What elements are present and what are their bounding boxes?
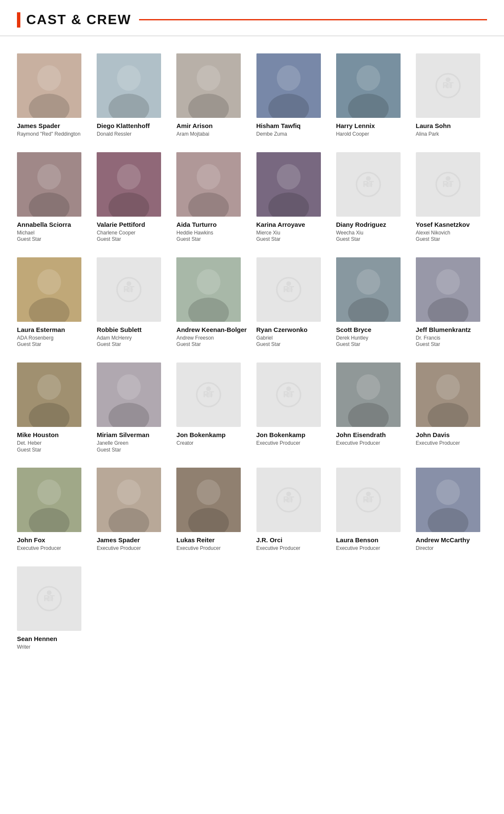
svg-point-4: [117, 65, 141, 91]
svg-point-73: [37, 479, 61, 505]
svg-point-67: [356, 374, 380, 400]
cast-item[interactable]: John FoxExecutive Producer: [13, 463, 92, 562]
cast-name: Yosef Kasnetzkov: [416, 221, 470, 229]
cast-name: Scott Bryce: [336, 326, 371, 334]
page-header: CAST & CREW: [0, 0, 504, 36]
cast-name: Laura Esterman: [17, 326, 65, 334]
cast-name: Lukas Reiter: [176, 536, 214, 544]
cast-role: Executive Producer: [256, 545, 301, 552]
cast-item[interactable]: RT Jon BokenkampExecutive Producer: [252, 358, 332, 463]
cast-item[interactable]: RT J.R. OrciExecutive Producer: [252, 463, 332, 562]
cast-photo: RT: [17, 566, 81, 631]
cast-name: Ryan Czerwonko: [256, 326, 308, 334]
cast-role: Dr. Francis: [416, 335, 440, 342]
cast-item[interactable]: James SpaderExecutive Producer: [92, 463, 172, 562]
svg-point-13: [356, 65, 380, 91]
svg-point-35: [446, 176, 450, 181]
cast-name: Annabella Sciorra: [17, 221, 71, 229]
cast-item[interactable]: Karina ArroyaveMierce XiuGuest Star: [252, 148, 332, 253]
cast-item[interactable]: RT Laura SohnAlina Park: [412, 49, 491, 148]
cast-name: Laura Sohn: [416, 122, 451, 130]
cast-role: Det. Heber: [17, 440, 42, 447]
cast-name: Andrew McCarthy: [416, 536, 470, 544]
cast-type: Guest Star: [416, 236, 440, 243]
svg-point-79: [197, 479, 220, 505]
cast-item[interactable]: Lukas ReiterExecutive Producer: [172, 463, 252, 562]
cast-item[interactable]: Hisham TawfiqDembe Zuma: [252, 49, 332, 148]
cast-item[interactable]: RT Ryan CzerwonkoGabrielGuest Star: [252, 253, 332, 358]
cast-photo: RT: [176, 362, 241, 427]
cast-role: Heddie Hawkins: [176, 230, 213, 237]
cast-type: Guest Star: [416, 341, 440, 348]
cast-type: Guest Star: [176, 236, 200, 243]
cast-role: Derek Huntley: [336, 335, 368, 342]
cast-item[interactable]: RT Sean HennenWriter: [13, 562, 92, 661]
cast-item[interactable]: RT Jon BokenkampCreator: [172, 358, 252, 463]
cast-name: Robbie Sublett: [97, 326, 142, 334]
svg-point-65: [286, 386, 291, 391]
cast-item[interactable]: Harry LennixHarold Cooper: [332, 49, 412, 148]
svg-point-92: [47, 590, 51, 595]
svg-point-25: [197, 164, 220, 190]
cast-role: Adam McHenry: [97, 335, 132, 342]
cast-photo: RT: [336, 152, 401, 217]
cast-role: Donald Ressler: [97, 131, 131, 138]
cast-name: Mike Houston: [17, 431, 58, 439]
cast-photo: [416, 362, 480, 427]
cast-item[interactable]: Andrew Keenan-BolgerAndrew FreesonGuest …: [172, 253, 252, 358]
cast-name: Miriam Silverman: [97, 431, 149, 439]
cast-name: Aida Turturro: [176, 221, 217, 229]
cast-item[interactable]: Diego KlattenhoffDonald Ressler: [92, 49, 172, 148]
cast-photo: [97, 53, 161, 118]
cast-photo: [97, 468, 161, 532]
cast-role: Andrew Freeson: [176, 335, 214, 342]
cast-item[interactable]: James SpaderRaymond "Red" Reddington: [13, 49, 92, 148]
cast-role: Executive Producer: [256, 440, 301, 447]
cast-item[interactable]: Amir ArisonAram Mojtabai: [172, 49, 252, 148]
cast-type: Guest Star: [17, 236, 41, 243]
cast-role: Executive Producer: [97, 545, 141, 552]
cast-photo: [17, 468, 81, 532]
cast-type: Guest Star: [17, 341, 41, 348]
cast-photo: [176, 152, 241, 217]
cast-role: Writer: [17, 644, 31, 651]
cast-role: Director: [416, 545, 434, 552]
cast-role: Executive Producer: [416, 440, 460, 447]
cast-type: Guest Star: [336, 236, 360, 243]
cast-name: Andrew Keenan-Bolger: [176, 326, 247, 334]
cast-photo: RT: [97, 257, 161, 322]
cast-item[interactable]: RT Yosef KasnetzkovAlexei NikovichGuest …: [412, 148, 491, 253]
cast-role: Executive Producer: [17, 545, 61, 552]
cast-name: J.R. Orci: [256, 536, 283, 544]
cast-item[interactable]: Mike HoustonDet. HeberGuest Star: [13, 358, 92, 463]
cast-item[interactable]: Jeff BlumenkrantzDr. FrancisGuest Star: [412, 253, 491, 358]
cast-item[interactable]: Aida TurturroHeddie HawkinsGuest Star: [172, 148, 252, 253]
cast-photo: [176, 53, 241, 118]
cast-role: ADA Rosenberg: [17, 335, 53, 342]
cast-photo: [336, 53, 401, 118]
cast-item[interactable]: RT Robbie SublettAdam McHenryGuest Star: [92, 253, 172, 358]
cast-item[interactable]: Andrew McCarthyDirector: [412, 463, 491, 562]
cast-grid: James SpaderRaymond "Red" Reddington Die…: [0, 36, 504, 665]
cast-item[interactable]: John DavisExecutive Producer: [412, 358, 491, 463]
cast-name: John Fox: [17, 536, 45, 544]
cast-type: Guest Star: [256, 236, 281, 243]
cast-photo: RT: [336, 468, 401, 532]
cast-item[interactable]: Miriam SilvermanJanelle GreenGuest Star: [92, 358, 172, 463]
cast-item[interactable]: Laura EstermanADA RosenbergGuest Star: [13, 253, 92, 358]
cast-photo: [176, 257, 241, 322]
cast-item[interactable]: Valarie PettifordCharlene CooperGuest St…: [92, 148, 172, 253]
cast-item[interactable]: Scott BryceDerek HuntleyGuest Star: [332, 253, 412, 358]
cast-item[interactable]: RT Diany RodriguezWeecha XiuGuest Star: [332, 148, 412, 253]
cast-item[interactable]: John EisendrathExecutive Producer: [332, 358, 412, 463]
cast-type: Guest Star: [97, 341, 121, 348]
cast-item[interactable]: Annabella SciorraMichaelGuest Star: [13, 148, 92, 253]
cast-name: Jeff Blumenkrantz: [416, 326, 471, 334]
svg-point-22: [117, 164, 141, 190]
cast-name: Jon Bokenkamp: [256, 431, 306, 439]
cast-photo: RT: [416, 152, 480, 217]
cast-item[interactable]: RT Laura BensonExecutive Producer: [332, 463, 412, 562]
svg-point-17: [446, 77, 450, 82]
cast-name: Amir Arison: [176, 122, 212, 130]
cast-name: Karina Arroyave: [256, 221, 305, 229]
